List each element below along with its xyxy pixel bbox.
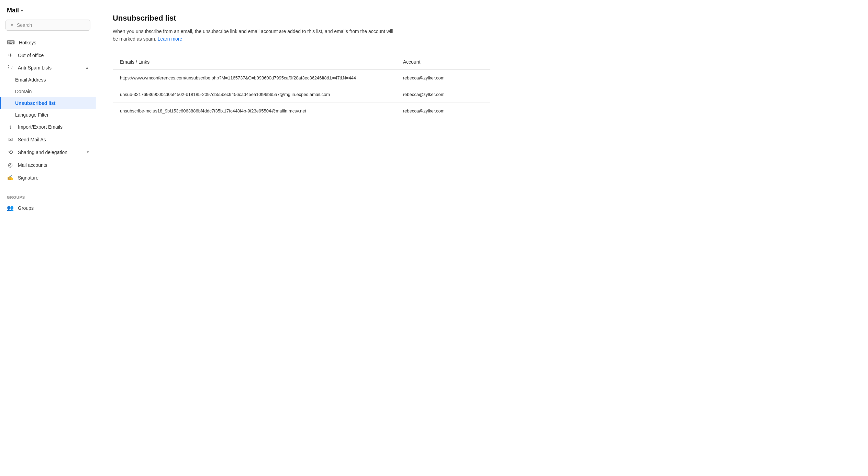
table-cell-account-2: rebecca@zylker.com [396, 102, 491, 119]
sidebar-item-unsubscribed-list[interactable]: Unsubscribed list [0, 97, 96, 109]
table-row: https://www.wmconferences.com/unsubscrib… [113, 69, 491, 86]
mail-accounts-icon: ◎ [7, 162, 14, 168]
groups-icon: 👥 [7, 205, 14, 211]
search-placeholder: Search [17, 22, 32, 28]
col-header-account: Account [396, 54, 491, 69]
sidebar-item-label-signature: Signature [18, 175, 38, 181]
page-description: When you unsubscribe from an email, the … [113, 28, 394, 43]
sidebar-item-label-out-of-office: Out of office [18, 53, 44, 58]
table-cell-account-1: rebecca@zylker.com [396, 86, 491, 102]
sidebar-item-label-unsubscribed-list: Unsubscribed list [15, 100, 55, 106]
sidebar-item-label-domain: Domain [15, 89, 32, 94]
signature-icon: ✍ [7, 174, 14, 181]
sidebar-item-label-anti-spam-lists: Anti-Spam Lists [18, 65, 52, 71]
app-header[interactable]: Mail ▾ [0, 6, 96, 20]
groups-nav: 👥Groups [0, 202, 96, 214]
sidebar-item-label-import-export: Import/Export Emails [18, 124, 63, 130]
learn-more-link[interactable]: Learn more [158, 36, 182, 42]
sharing-delegation-expand-icon: ▾ [87, 150, 89, 154]
table-cell-email-2: unsubscribe-mc.us18_9bf153c6063886bf4ddc… [113, 102, 396, 119]
sidebar-item-label-hotkeys: Hotkeys [19, 40, 36, 45]
page-title: Unsubscribed list [113, 14, 852, 23]
sidebar-item-label-email-address: Email Address [15, 77, 46, 83]
search-icon: ⚬ [10, 22, 14, 28]
sidebar-item-label-send-mail-as: Send Mail As [18, 137, 46, 142]
table-body: https://www.wmconferences.com/unsubscrib… [113, 69, 491, 119]
table-cell-email-1: unsub-321769369000cd05f4502-b18185-2097c… [113, 86, 396, 102]
sidebar-nav: ⌨Hotkeys✈Out of office🛡Anti-Spam Lists▲E… [0, 36, 96, 184]
import-export-icon: ↕ [7, 124, 14, 130]
sidebar-item-groups[interactable]: 👥Groups [0, 202, 96, 214]
sidebar-item-mail-accounts[interactable]: ◎Mail accounts [0, 159, 96, 171]
unsubscribed-table: Emails / Links Account https://www.wmcon… [113, 54, 491, 119]
search-box[interactable]: ⚬ Search [5, 20, 90, 31]
sidebar-divider [5, 187, 90, 187]
sidebar-item-import-export[interactable]: ↕Import/Export Emails [0, 121, 96, 133]
sharing-delegation-icon: ⟲ [7, 149, 14, 155]
description-text: When you unsubscribe from an email, the … [113, 29, 393, 42]
table-cell-email-0: https://www.wmconferences.com/unsubscrib… [113, 69, 396, 86]
app-title: Mail [7, 7, 19, 14]
sidebar-item-domain[interactable]: Domain [0, 86, 96, 97]
col-header-email: Emails / Links [113, 54, 396, 69]
table-cell-account-0: rebecca@zylker.com [396, 69, 491, 86]
sidebar-item-anti-spam-lists[interactable]: 🛡Anti-Spam Lists▲ [0, 62, 96, 74]
sidebar-item-signature[interactable]: ✍Signature [0, 171, 96, 184]
groups-label: GROUPS [0, 190, 96, 202]
table-row: unsub-321769369000cd05f4502-b18185-2097c… [113, 86, 491, 102]
sidebar-item-out-of-office[interactable]: ✈Out of office [0, 49, 96, 62]
sidebar-item-email-address[interactable]: Email Address [0, 74, 96, 86]
sidebar-item-send-mail-as[interactable]: ✉Send Mail As [0, 133, 96, 146]
sidebar-item-label-language-filter: Language Filter [15, 112, 48, 118]
sidebar-item-label-mail-accounts: Mail accounts [18, 162, 47, 168]
out-of-office-icon: ✈ [7, 52, 14, 58]
sidebar-item-hotkeys[interactable]: ⌨Hotkeys [0, 36, 96, 49]
send-mail-as-icon: ✉ [7, 136, 14, 143]
app-chevron-icon: ▾ [21, 8, 23, 13]
sidebar-item-label-sharing-delegation: Sharing and delegation [18, 150, 67, 155]
anti-spam-lists-icon: 🛡 [7, 65, 14, 71]
sidebar-item-language-filter[interactable]: Language Filter [0, 109, 96, 121]
hotkeys-icon: ⌨ [7, 39, 15, 46]
sidebar-item-sharing-delegation[interactable]: ⟲Sharing and delegation▾ [0, 146, 96, 159]
anti-spam-lists-expand-icon: ▲ [85, 66, 89, 70]
sidebar: Mail ▾ ⚬ Search ⌨Hotkeys✈Out of office🛡A… [0, 0, 96, 476]
table-row: unsubscribe-mc.us18_9bf153c6063886bf4ddc… [113, 102, 491, 119]
sidebar-item-label-groups: Groups [18, 205, 34, 211]
main-content: Unsubscribed list When you unsubscribe f… [96, 0, 868, 476]
